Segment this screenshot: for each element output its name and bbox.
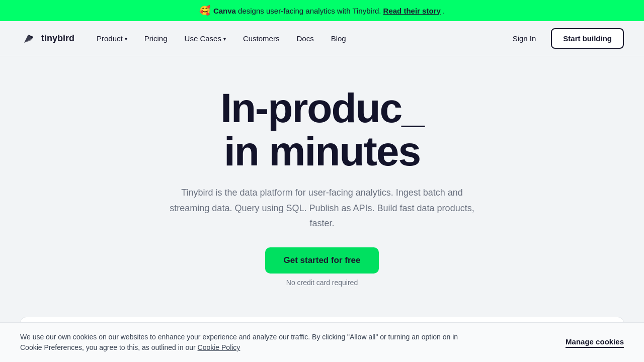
nav-links: Product ▾ Pricing Use Cases ▾ Customers … bbox=[90, 30, 506, 47]
hero-subtitle: Tinybird is the data platform for user-f… bbox=[161, 185, 483, 231]
banner-emoji: 🥰 bbox=[199, 5, 210, 16]
banner-text: Canva designs user-facing analytics with… bbox=[213, 7, 445, 15]
nav-actions: Sign In Start building bbox=[506, 28, 624, 49]
cookie-text: We use our own cookies on our websites t… bbox=[20, 332, 473, 353]
logo[interactable]: tinybird bbox=[20, 31, 74, 47]
hero-section: In-produc_ in minutes Tinybird is the da… bbox=[0, 56, 644, 307]
logo-icon bbox=[20, 31, 36, 47]
sign-in-button[interactable]: Sign In bbox=[506, 30, 543, 47]
top-banner: 🥰 Canva designs user-facing analytics wi… bbox=[0, 0, 644, 21]
no-credit-card-text: No credit card required bbox=[286, 279, 358, 287]
nav-item-use-cases[interactable]: Use Cases ▾ bbox=[178, 30, 233, 47]
nav-item-blog[interactable]: Blog bbox=[324, 30, 353, 47]
logo-text: tinybird bbox=[41, 33, 74, 44]
start-building-button[interactable]: Start building bbox=[551, 28, 624, 49]
banner-middle-text: designs user-facing analytics with Tinyb… bbox=[238, 7, 383, 15]
banner-period: . bbox=[443, 7, 445, 15]
manage-cookies-button[interactable]: Manage cookies bbox=[566, 337, 624, 348]
cta-container: Get started for free No credit card requ… bbox=[265, 247, 378, 287]
get-started-button[interactable]: Get started for free bbox=[265, 247, 378, 274]
read-story-link[interactable]: Read their story bbox=[383, 7, 441, 15]
nav-item-customers[interactable]: Customers bbox=[236, 30, 287, 47]
chevron-down-icon: ▾ bbox=[125, 36, 127, 42]
nav-item-pricing[interactable]: Pricing bbox=[137, 30, 175, 47]
hero-title: In-produc_ in minutes bbox=[220, 86, 424, 173]
hero-title-line2: in minutes bbox=[224, 128, 420, 174]
navbar: tinybird Product ▾ Pricing Use Cases ▾ C… bbox=[0, 21, 644, 56]
nav-item-product[interactable]: Product ▾ bbox=[90, 30, 134, 47]
nav-item-docs[interactable]: Docs bbox=[289, 30, 320, 47]
canva-brand: Canva bbox=[213, 7, 236, 15]
cookie-banner: We use our own cookies on our websites t… bbox=[0, 322, 644, 362]
chevron-down-icon: ▾ bbox=[223, 36, 226, 42]
cookie-policy-link[interactable]: Cookie Policy bbox=[198, 343, 240, 351]
hero-title-line1: In-produc_ bbox=[220, 85, 424, 131]
